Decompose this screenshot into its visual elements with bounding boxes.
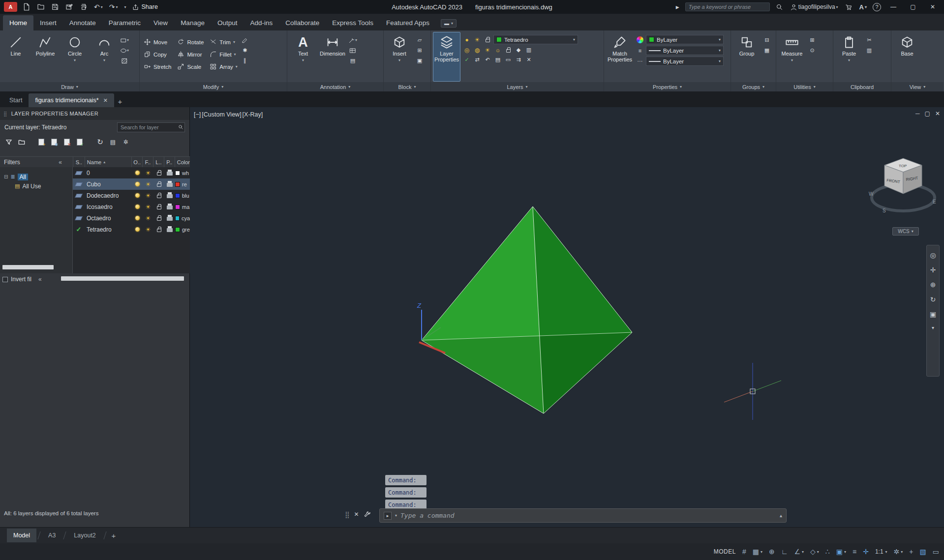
tab-home[interactable]: Home [3, 15, 33, 30]
layer-on-icon[interactable] [135, 171, 140, 175]
customization-gear-icon[interactable]: ✲▾ [894, 548, 903, 556]
new-file-button[interactable] [22, 2, 31, 12]
tab-annotate[interactable]: Annotate [63, 15, 102, 30]
window-restore-button[interactable]: ▢ [906, 1, 920, 13]
annotation-scale-sync-icon[interactable]: + [909, 548, 913, 556]
help-button[interactable]: ? [873, 3, 881, 11]
layer-lock-icon[interactable] [157, 172, 161, 176]
graphics-performance-icon[interactable]: ▧ [920, 548, 926, 556]
tab-a3[interactable]: A3 [42, 529, 62, 542]
text-button[interactable]: AText▾ [289, 32, 317, 82]
array-flyout-icon[interactable]: ▾ [236, 64, 238, 69]
viewport-freeze-icon[interactable]: ▤ [493, 56, 502, 64]
view-panel-label[interactable]: View▾ [891, 82, 944, 91]
layer-on-icon[interactable] [135, 227, 140, 232]
tab-insert[interactable]: Insert [33, 15, 63, 30]
model-space-toggle[interactable]: MODEL [714, 548, 736, 555]
trim-button[interactable]: Trim▾ [210, 36, 238, 48]
search-button[interactable] [775, 2, 784, 12]
zoom-icon[interactable]: ⊕ [930, 281, 936, 289]
qat-customize-button[interactable]: ▾ [123, 2, 127, 12]
command-line[interactable]: ▸ ▾ ▴ [379, 508, 787, 523]
measure-button[interactable]: Measure▾ [778, 32, 806, 82]
layer-color-swatch[interactable] [175, 182, 180, 187]
block-panel-label[interactable]: Block▾ [384, 82, 430, 91]
keyword-search-input[interactable] [685, 2, 770, 11]
stretch-button[interactable]: Stretch [144, 60, 171, 73]
invert-collapse-button[interactable]: « [38, 276, 42, 283]
layer-on-icon[interactable] [135, 182, 140, 186]
id-point-icon[interactable]: ⊙ [808, 46, 817, 55]
properties-expand-icon[interactable]: ▾ [680, 85, 682, 89]
layer-freeze-icon[interactable]: ☀ [146, 192, 151, 199]
utilities-expand-icon[interactable]: ▾ [814, 85, 816, 89]
insert-flyout-icon[interactable]: ▾ [398, 58, 400, 62]
grid-display-icon[interactable]: # [742, 548, 746, 556]
tab-layout2[interactable]: Layout2 [67, 529, 102, 542]
save-as-button[interactable] [64, 2, 74, 12]
layer-lock-icon[interactable] [157, 195, 161, 198]
layer-lock-icon[interactable] [483, 35, 492, 44]
save-button[interactable] [50, 2, 60, 12]
palette-settings-button[interactable]: ✲ [121, 138, 130, 147]
share-button[interactable]: Share [132, 3, 158, 11]
showmotion-icon[interactable]: ▣ [930, 310, 936, 318]
palette-title-bar[interactable]: ⣿ LAYER PROPERTIES MANAGER [0, 107, 189, 120]
lock-layer-icon[interactable] [504, 46, 513, 54]
tab-parametric[interactable]: Parametric [102, 15, 147, 30]
tab-express-tools[interactable]: Express Tools [326, 15, 380, 30]
palette-grip-icon[interactable]: ⣿ [3, 111, 7, 117]
circle-button[interactable]: Circle▾ [61, 32, 89, 82]
groups-panel-label[interactable]: Groups▾ [731, 82, 776, 91]
layer-properties-button[interactable]: Layer Properties [433, 32, 460, 82]
layer-lock-icon[interactable] [157, 206, 161, 209]
plot-button[interactable] [79, 2, 89, 12]
properties-panel-label[interactable]: Properties▾ [604, 82, 731, 91]
layer-lock-icon[interactable] [157, 217, 161, 221]
copy-button[interactable]: Copy [144, 48, 171, 60]
compass-east-label[interactable]: E [933, 199, 936, 205]
isodraft-icon[interactable]: ◇▾ [810, 548, 819, 556]
column-on[interactable]: O.. [132, 157, 143, 167]
draw-panel-label[interactable]: Draw▾ [0, 82, 139, 91]
previous-layer-icon[interactable]: ↶ [483, 56, 492, 64]
layer-freeze-icon[interactable]: ☀ [146, 226, 151, 233]
viewport-visual-style-control[interactable]: [X-Ray] [243, 111, 263, 118]
tree-scrollbar[interactable] [2, 265, 54, 269]
dimension-button[interactable]: Dimension [319, 32, 346, 82]
layer-plot-icon[interactable] [167, 194, 173, 198]
window-minimize-button[interactable]: — [886, 1, 901, 13]
match-properties-button[interactable]: Match Properties [606, 32, 634, 82]
layer-color-swatch[interactable] [175, 216, 180, 221]
draw-expand-icon[interactable]: ▾ [76, 85, 78, 89]
viewport-view-control[interactable]: [Custom View] [202, 111, 241, 118]
command-customize-wrench-icon[interactable] [364, 510, 371, 518]
layer-walk-icon[interactable]: ▥ [524, 46, 533, 54]
viewcube[interactable]: W S E TOP FRONT RIGHT [868, 148, 942, 227]
drawing-close-button[interactable]: ✕ [935, 110, 940, 117]
layer-row-2[interactable]: Dodecaedro ☀ blu [73, 190, 190, 201]
table-icon[interactable] [348, 46, 357, 55]
modify-panel-label[interactable]: Modify▾ [140, 82, 287, 91]
thaw-all-icon[interactable]: ☼ [493, 46, 502, 54]
search-flyout-icon[interactable]: ▸ [675, 2, 680, 12]
measure-flyout-icon[interactable]: ▾ [791, 58, 793, 62]
refresh-button[interactable]: ↻ [95, 138, 105, 147]
file-tab-document[interactable]: figuras tridimencionais*✕ [29, 93, 114, 107]
layer-states-button[interactable]: ▤ [108, 138, 118, 147]
layer-on-icon[interactable] [135, 205, 140, 209]
arc-button[interactable]: Arc▾ [91, 32, 118, 82]
layer-row-1[interactable]: Cubo ☀ re [73, 178, 190, 190]
insert-button[interactable]: Insert▾ [386, 32, 413, 82]
column-name[interactable]: Name▴ [85, 157, 132, 167]
text-flyout-icon[interactable]: ▾ [302, 58, 304, 62]
layers-expand-icon[interactable]: ▾ [526, 85, 528, 89]
ribbon-display-toggle[interactable]: ▬▾ [441, 19, 457, 28]
file-tab-start[interactable]: Start [3, 93, 29, 107]
command-line-icon[interactable]: ▸ [384, 512, 392, 520]
tab-add-ins[interactable]: Add-ins [244, 15, 279, 30]
layer-lock-icon[interactable] [157, 183, 161, 187]
open-file-button[interactable] [36, 2, 46, 12]
mirror-button[interactable]: Mirror [177, 48, 204, 60]
layer-combo-dropdown-icon[interactable]: ▾ [573, 37, 575, 42]
